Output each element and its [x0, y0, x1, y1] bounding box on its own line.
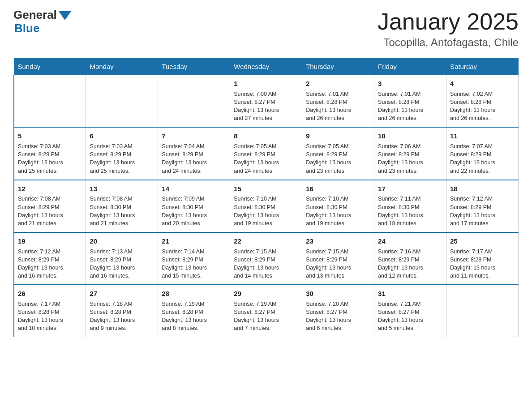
calendar-cell: 17Sunrise: 7:11 AM Sunset: 8:30 PM Dayli… [374, 180, 446, 232]
day-number: 16 [306, 184, 370, 194]
calendar-cell: 24Sunrise: 7:16 AM Sunset: 8:29 PM Dayli… [374, 232, 446, 285]
calendar-cell: 13Sunrise: 7:08 AM Sunset: 8:30 PM Dayli… [86, 180, 158, 232]
day-info: Sunrise: 7:11 AM Sunset: 8:30 PM Dayligh… [378, 196, 423, 226]
calendar-cell: 31Sunrise: 7:21 AM Sunset: 8:27 PM Dayli… [374, 285, 446, 337]
calendar-cell: 25Sunrise: 7:17 AM Sunset: 8:28 PM Dayli… [446, 232, 519, 285]
day-info: Sunrise: 7:18 AM Sunset: 8:28 PM Dayligh… [90, 301, 135, 331]
day-info: Sunrise: 7:01 AM Sunset: 8:28 PM Dayligh… [378, 91, 423, 121]
day-header-thursday: Thursday [302, 58, 374, 75]
calendar-week-row: 1Sunrise: 7:00 AM Sunset: 8:27 PM Daylig… [14, 75, 519, 128]
day-info: Sunrise: 7:00 AM Sunset: 8:27 PM Dayligh… [234, 91, 279, 121]
title-section: January 2025 Tocopilla, Antofagasta, Chi… [378, 9, 519, 49]
calendar-cell: 8Sunrise: 7:05 AM Sunset: 8:29 PM Daylig… [230, 127, 302, 180]
day-info: Sunrise: 7:02 AM Sunset: 8:28 PM Dayligh… [450, 91, 495, 121]
day-info: Sunrise: 7:15 AM Sunset: 8:29 PM Dayligh… [234, 248, 279, 279]
calendar-cell: 7Sunrise: 7:04 AM Sunset: 8:29 PM Daylig… [158, 127, 230, 180]
day-header-friday: Friday [374, 58, 446, 75]
day-info: Sunrise: 7:10 AM Sunset: 8:30 PM Dayligh… [306, 196, 351, 226]
calendar-cell: 6Sunrise: 7:03 AM Sunset: 8:29 PM Daylig… [86, 127, 158, 180]
calendar-table: SundayMondayTuesdayWednesdayThursdayFrid… [13, 58, 519, 337]
calendar-cell [86, 75, 158, 128]
calendar-cell: 28Sunrise: 7:19 AM Sunset: 8:28 PM Dayli… [158, 285, 230, 337]
day-info: Sunrise: 7:09 AM Sunset: 8:30 PM Dayligh… [162, 196, 207, 226]
day-info: Sunrise: 7:07 AM Sunset: 8:29 PM Dayligh… [450, 143, 495, 174]
calendar-cell: 30Sunrise: 7:20 AM Sunset: 8:27 PM Dayli… [302, 285, 374, 337]
day-info: Sunrise: 7:12 AM Sunset: 8:29 PM Dayligh… [450, 196, 495, 226]
calendar-cell: 11Sunrise: 7:07 AM Sunset: 8:29 PM Dayli… [446, 127, 519, 180]
logo: General Blue [13, 9, 71, 35]
day-info: Sunrise: 7:04 AM Sunset: 8:29 PM Dayligh… [162, 143, 207, 174]
day-number: 18 [450, 184, 515, 194]
day-number: 21 [162, 236, 226, 246]
day-info: Sunrise: 7:03 AM Sunset: 8:28 PM Dayligh… [18, 143, 63, 174]
calendar-cell: 19Sunrise: 7:12 AM Sunset: 8:29 PM Dayli… [14, 232, 86, 285]
day-number: 25 [450, 236, 515, 246]
calendar-cell: 10Sunrise: 7:06 AM Sunset: 8:29 PM Dayli… [374, 127, 446, 180]
day-header-wednesday: Wednesday [230, 58, 302, 75]
calendar-cell: 14Sunrise: 7:09 AM Sunset: 8:30 PM Dayli… [158, 180, 230, 232]
day-info: Sunrise: 7:15 AM Sunset: 8:29 PM Dayligh… [306, 248, 351, 279]
day-number: 24 [378, 236, 442, 246]
calendar-cell: 12Sunrise: 7:08 AM Sunset: 8:29 PM Dayli… [14, 180, 86, 232]
day-number: 4 [450, 79, 515, 89]
day-info: Sunrise: 7:08 AM Sunset: 8:29 PM Dayligh… [18, 196, 63, 226]
calendar-cell: 4Sunrise: 7:02 AM Sunset: 8:28 PM Daylig… [446, 75, 519, 128]
day-info: Sunrise: 7:17 AM Sunset: 8:28 PM Dayligh… [18, 301, 63, 331]
logo-triangle-icon [59, 11, 71, 20]
day-number: 8 [234, 131, 298, 141]
day-info: Sunrise: 7:14 AM Sunset: 8:29 PM Dayligh… [162, 248, 207, 279]
calendar-week-row: 26Sunrise: 7:17 AM Sunset: 8:28 PM Dayli… [14, 285, 519, 337]
calendar-cell: 2Sunrise: 7:01 AM Sunset: 8:28 PM Daylig… [302, 75, 374, 128]
day-info: Sunrise: 7:19 AM Sunset: 8:27 PM Dayligh… [234, 301, 279, 331]
day-info: Sunrise: 7:08 AM Sunset: 8:30 PM Dayligh… [90, 196, 135, 226]
day-number: 17 [378, 184, 442, 194]
day-number: 2 [306, 79, 370, 89]
day-number: 12 [18, 184, 82, 194]
day-number: 5 [18, 131, 82, 141]
day-number: 13 [90, 184, 154, 194]
logo-blue-text: Blue [14, 21, 39, 35]
calendar-subtitle: Tocopilla, Antofagasta, Chile [378, 36, 519, 49]
day-number: 1 [234, 79, 298, 89]
day-info: Sunrise: 7:17 AM Sunset: 8:28 PM Dayligh… [450, 248, 495, 279]
calendar-cell: 21Sunrise: 7:14 AM Sunset: 8:29 PM Dayli… [158, 232, 230, 285]
calendar-week-row: 19Sunrise: 7:12 AM Sunset: 8:29 PM Dayli… [14, 232, 519, 285]
calendar-week-row: 12Sunrise: 7:08 AM Sunset: 8:29 PM Dayli… [14, 180, 519, 232]
day-number: 3 [378, 79, 442, 89]
calendar-cell [158, 75, 230, 128]
day-number: 10 [378, 131, 442, 141]
day-number: 9 [306, 131, 370, 141]
day-number: 23 [306, 236, 370, 246]
day-number: 26 [18, 289, 82, 299]
day-info: Sunrise: 7:12 AM Sunset: 8:29 PM Dayligh… [18, 248, 63, 279]
logo-general-text: General [13, 9, 57, 21]
page-header: General Blue January 2025 Tocopilla, Ant… [13, 9, 519, 49]
day-header-monday: Monday [86, 58, 158, 75]
day-number: 22 [234, 236, 298, 246]
calendar-cell: 22Sunrise: 7:15 AM Sunset: 8:29 PM Dayli… [230, 232, 302, 285]
day-info: Sunrise: 7:06 AM Sunset: 8:29 PM Dayligh… [378, 143, 423, 174]
day-info: Sunrise: 7:01 AM Sunset: 8:28 PM Dayligh… [306, 91, 351, 121]
calendar-cell: 9Sunrise: 7:05 AM Sunset: 8:29 PM Daylig… [302, 127, 374, 180]
day-number: 19 [18, 236, 82, 246]
day-headers-row: SundayMondayTuesdayWednesdayThursdayFrid… [14, 58, 519, 75]
calendar-cell: 15Sunrise: 7:10 AM Sunset: 8:30 PM Dayli… [230, 180, 302, 232]
day-number: 6 [90, 131, 154, 141]
calendar-cell: 20Sunrise: 7:13 AM Sunset: 8:29 PM Dayli… [86, 232, 158, 285]
day-number: 27 [90, 289, 154, 299]
day-info: Sunrise: 7:13 AM Sunset: 8:29 PM Dayligh… [90, 248, 135, 279]
calendar-cell [14, 75, 86, 128]
day-info: Sunrise: 7:05 AM Sunset: 8:29 PM Dayligh… [306, 143, 351, 174]
calendar-cell: 18Sunrise: 7:12 AM Sunset: 8:29 PM Dayli… [446, 180, 519, 232]
day-info: Sunrise: 7:03 AM Sunset: 8:29 PM Dayligh… [90, 143, 135, 174]
day-header-sunday: Sunday [14, 58, 86, 75]
calendar-cell: 16Sunrise: 7:10 AM Sunset: 8:30 PM Dayli… [302, 180, 374, 232]
calendar-cell: 26Sunrise: 7:17 AM Sunset: 8:28 PM Dayli… [14, 285, 86, 337]
day-info: Sunrise: 7:10 AM Sunset: 8:30 PM Dayligh… [234, 196, 279, 226]
day-number: 15 [234, 184, 298, 194]
day-number: 29 [234, 289, 298, 299]
day-number: 30 [306, 289, 370, 299]
day-number: 11 [450, 131, 515, 141]
calendar-cell: 27Sunrise: 7:18 AM Sunset: 8:28 PM Dayli… [86, 285, 158, 337]
calendar-cell: 23Sunrise: 7:15 AM Sunset: 8:29 PM Dayli… [302, 232, 374, 285]
